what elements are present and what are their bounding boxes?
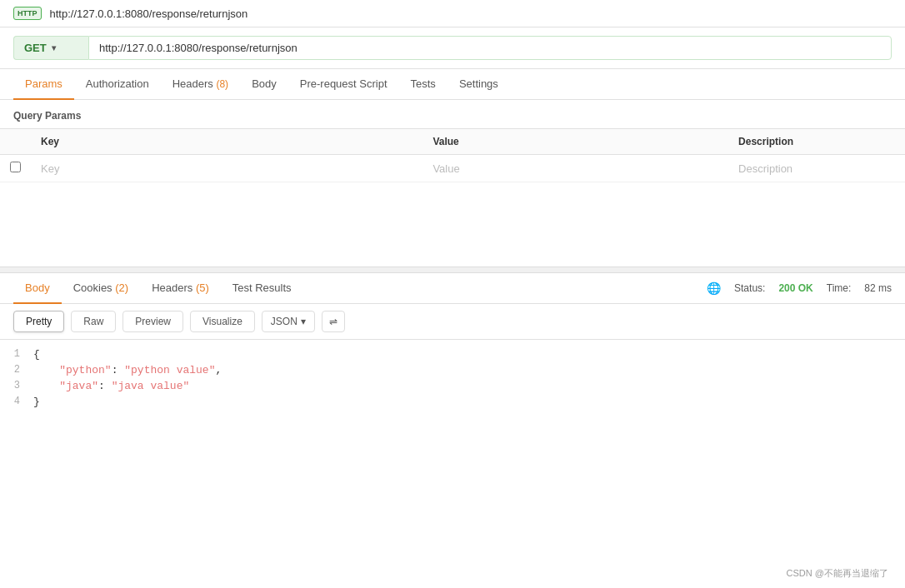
method-select[interactable]: GET ▾ — [13, 36, 88, 60]
status-value: 200 OK — [778, 282, 812, 294]
response-tab-body[interactable]: Body — [13, 273, 62, 304]
checkbox-header — [0, 129, 31, 155]
response-tabs-left: Body Cookies (2) Headers (5) Test Result… — [13, 273, 303, 303]
time-label: Time: — [827, 282, 852, 294]
response-tab-cookies[interactable]: Cookies (2) — [62, 273, 140, 304]
response-meta: 🌐 Status: 200 OK Time: 82 ms — [707, 282, 892, 295]
time-value: 82 ms — [864, 282, 892, 294]
url-input[interactable] — [88, 36, 892, 60]
response-tab-testresults[interactable]: Test Results — [221, 273, 303, 304]
request-area: Query Params Key Value Description Key V… — [0, 100, 905, 267]
method-chevron: ▾ — [52, 43, 56, 52]
pretty-button[interactable]: Pretty — [13, 311, 64, 332]
desc-header: Description — [728, 129, 905, 155]
json-key-python: "python" — [59, 364, 111, 376]
section-divider — [0, 267, 905, 273]
desc-cell[interactable]: Description — [728, 155, 905, 182]
tab-headers[interactable]: Headers (8) — [161, 69, 240, 100]
tab-settings[interactable]: Settings — [448, 69, 510, 100]
params-table: Key Value Description Key Value Descript… — [0, 128, 905, 182]
globe-icon: 🌐 — [707, 282, 721, 295]
code-block: 1 { 2 "python": "python value", 3 "java"… — [0, 340, 905, 416]
format-label: JSON — [271, 316, 298, 327]
title-bar: HTTP http://127.0.0.1:8080/response/retu… — [0, 0, 905, 27]
response-tabs: Body Cookies (2) Headers (5) Test Result… — [0, 273, 905, 304]
format-select[interactable]: JSON ▾ — [262, 311, 315, 332]
preview-button[interactable]: Preview — [122, 311, 183, 332]
query-params-title: Query Params — [0, 100, 905, 128]
tab-prerequest[interactable]: Pre-request Script — [288, 69, 399, 100]
value-header: Value — [422, 129, 728, 155]
line-num-1: 1 — [0, 348, 33, 360]
json-key-java: "java" — [59, 380, 98, 392]
brace-close: } — [33, 396, 905, 408]
cookies-badge: (2) — [115, 282, 128, 294]
json-val-python: "python value" — [124, 364, 215, 376]
tab-params[interactable]: Params — [13, 69, 74, 100]
wrap-icon: ⇌ — [329, 316, 338, 327]
format-bar: Pretty Raw Preview Visualize JSON ▾ ⇌ — [0, 304, 905, 340]
key-header: Key — [31, 129, 422, 155]
raw-button[interactable]: Raw — [71, 311, 116, 332]
brace-open: { — [33, 348, 905, 361]
headers-badge: (8) — [216, 78, 228, 90]
code-line-1: 1 { — [0, 346, 905, 362]
tab-tests[interactable]: Tests — [399, 69, 448, 100]
tab-authorization[interactable]: Authorization — [74, 69, 161, 100]
line-num-3: 3 — [0, 380, 33, 391]
row-checkbox[interactable] — [0, 155, 31, 182]
checkbox-input[interactable] — [10, 162, 21, 172]
method-label: GET — [24, 42, 47, 54]
line-num-4: 4 — [0, 396, 33, 407]
resp-headers-badge: (5) — [196, 282, 209, 294]
json-val-java: "java value" — [112, 380, 190, 392]
visualize-button[interactable]: Visualize — [190, 311, 255, 332]
code-line-2: 2 "python": "python value", — [0, 362, 905, 378]
code-line-4: 4 } — [0, 394, 905, 410]
table-row: Key Value Description — [0, 155, 905, 182]
code-content-2: "python": "python value", — [33, 364, 905, 376]
line-num-2: 2 — [0, 364, 33, 376]
title-url: http://127.0.0.1:8080/response/returnjso… — [50, 7, 248, 20]
http-icon: HTTP — [13, 7, 42, 20]
key-cell[interactable]: Key — [31, 155, 422, 182]
code-content-3: "java": "java value" — [33, 380, 905, 392]
watermark: CSDN @不能再当退缩了 — [787, 567, 888, 580]
request-bar: GET ▾ — [0, 27, 905, 69]
status-label: Status: — [734, 282, 765, 294]
value-cell[interactable]: Value — [422, 155, 728, 182]
wrap-button[interactable]: ⇌ — [322, 311, 345, 332]
format-chevron: ▾ — [301, 316, 306, 327]
code-line-3: 3 "java": "java value" — [0, 378, 905, 394]
tab-body[interactable]: Body — [240, 69, 288, 100]
request-tabs: Params Authorization Headers (8) Body Pr… — [0, 69, 905, 100]
response-tab-headers[interactable]: Headers (5) — [140, 273, 221, 304]
